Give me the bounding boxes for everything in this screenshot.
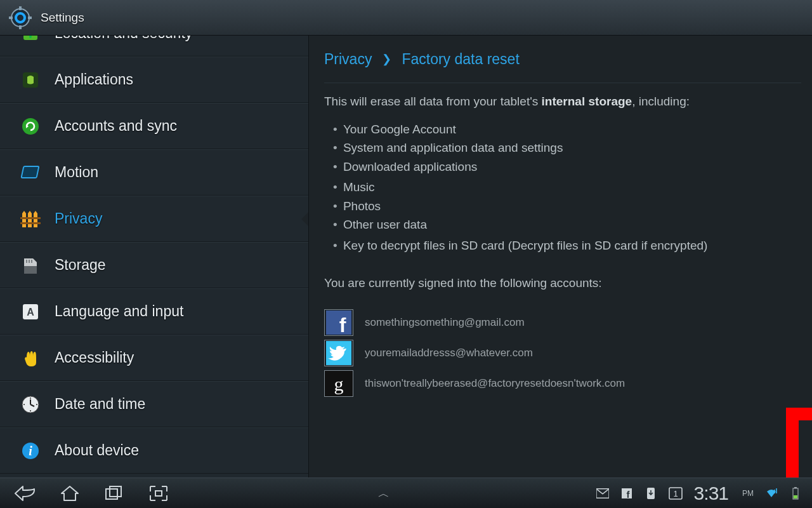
sync-icon [19,115,42,138]
svg-rect-50 [794,495,797,498]
svg-rect-13 [22,166,39,178]
sidebar-item-label: About device [55,442,139,459]
content-pane: Privacy ❯ Factory data reset This will e… [308,36,812,478]
settings-gear-icon [9,6,32,29]
motion-icon [19,161,42,184]
sidebar-item-label: Language and input [55,303,183,320]
settings-sidebar: Location and security Applications Accou… [0,36,308,478]
sidebar-item-motion[interactable]: Motion [0,149,308,196]
letter-a-icon: A [19,300,42,323]
hand-icon [19,347,42,370]
sd-card-icon [19,254,42,277]
account-email: somethingsomething@gmail.com [365,316,525,329]
status-clock: 3:31 [694,483,728,504]
svg-point-30 [36,404,37,405]
expand-panel-icon[interactable]: ︿ [378,486,390,501]
erase-list-b: Music Photos Other user data [324,178,804,234]
status-clock-ampm: PM [742,489,754,498]
svg-point-31 [30,410,31,411]
account-item-facebook: f somethingsomething@gmail.com [324,308,804,337]
chevron-right-icon: ❯ [382,52,391,66]
svg-rect-2 [19,6,22,10]
account-item-google: g thiswon'treallybeerased@factoryresetdo… [324,369,804,398]
sidebar-item-accessibility[interactable]: Accessibility [0,335,308,381]
google-icon: g [324,370,353,397]
battery-icon [789,487,802,500]
sidebar-item-label: Location and security [55,36,192,42]
wifi-icon [765,487,778,500]
list-item: Photos [333,197,804,215]
shield-lock-icon [19,36,42,45]
svg-rect-22 [31,260,32,263]
svg-rect-49 [794,487,797,488]
svg-text:i: i [29,444,32,458]
list-item: Downloaded applications [333,157,804,176]
intro-strong: internal storage [542,95,632,108]
list-item: Your Google Account [333,120,804,138]
sidebar-item-storage[interactable]: Storage [0,242,308,288]
intro-text: This will erase all data from your table… [324,95,804,109]
sidebar-item-label: Accounts and sync [55,117,177,135]
page-title: Settings [41,11,84,25]
sidebar-item-accounts-sync[interactable]: Accounts and sync [0,103,308,149]
sidebar-item-label: Storage [55,257,106,274]
svg-rect-21 [29,260,30,263]
titlebar: Settings [0,0,812,36]
svg-rect-4 [9,17,13,19]
list-item: System and application data and settings [333,138,804,157]
breadcrumb: Privacy ❯ Factory data reset [324,36,804,83]
svg-rect-41 [155,491,162,496]
sidebar-item-label: Motion [55,164,98,181]
svg-rect-17 [20,217,41,219]
account-email: youremailaddresss@whatever.com [365,347,533,359]
system-bar: ︿ f 1 3:31 PM [0,478,812,508]
svg-rect-3 [19,25,22,29]
sidebar-item-privacy[interactable]: Privacy [0,196,308,242]
svg-rect-5 [28,17,32,19]
svg-text:g: g [334,373,344,394]
recent-apps-button-icon[interactable] [102,483,127,504]
home-button-icon[interactable] [57,483,82,504]
svg-text:f: f [339,314,346,335]
sidebar-item-language-input[interactable]: A Language and input [0,288,308,335]
svg-rect-18 [20,222,41,224]
sidebar-item-label: Applications [55,71,133,88]
download-icon [645,487,657,500]
sidebar-item-label: Accessibility [55,349,134,366]
intro-post: , including: [632,95,690,108]
sidebar-item-label: Date and time [55,396,145,413]
facebook-notif-icon: f [620,487,633,500]
svg-point-29 [30,398,31,399]
account-email: thiswon'treallybeerased@factoryresetdoes… [365,377,625,390]
intro-pre: This will erase all data from your table… [324,95,542,108]
clock-icon [19,393,42,416]
screenshot-button-icon[interactable] [146,483,171,504]
account-list: f somethingsomething@gmail.com youremail… [324,308,804,398]
list-item: Key to decrypt files in SD card (Decrypt… [333,236,804,255]
sidebar-item-location-security[interactable]: Location and security [0,36,308,57]
svg-text:A: A [27,307,34,318]
sidebar-item-date-time[interactable]: Date and time [0,381,308,427]
erase-list-a: Your Google Account System and applicati… [324,120,804,176]
list-item: Other user data [333,215,804,234]
svg-rect-40 [110,486,121,497]
status-tray[interactable]: f 1 3:31 PM [596,483,802,504]
gmail-icon [596,487,609,500]
list-item: Music [333,178,804,196]
svg-rect-19 [24,266,37,274]
breadcrumb-parent[interactable]: Privacy [324,51,372,68]
breadcrumb-current: Factory data reset [402,51,519,68]
svg-point-32 [23,404,25,405]
back-button-icon[interactable] [13,483,38,504]
erase-list-c: Key to decrypt files in SD card (Decrypt… [324,236,804,255]
svg-point-0 [11,9,29,27]
info-icon: i [19,439,42,462]
sidebar-item-about-device[interactable]: i About device [0,427,308,474]
svg-point-11 [22,118,39,135]
svg-rect-39 [106,489,117,499]
facebook-icon: f [324,309,353,336]
fence-icon [19,208,42,231]
android-icon [19,69,42,91]
sidebar-item-label: Privacy [55,210,102,227]
sidebar-item-applications[interactable]: Applications [0,57,308,103]
